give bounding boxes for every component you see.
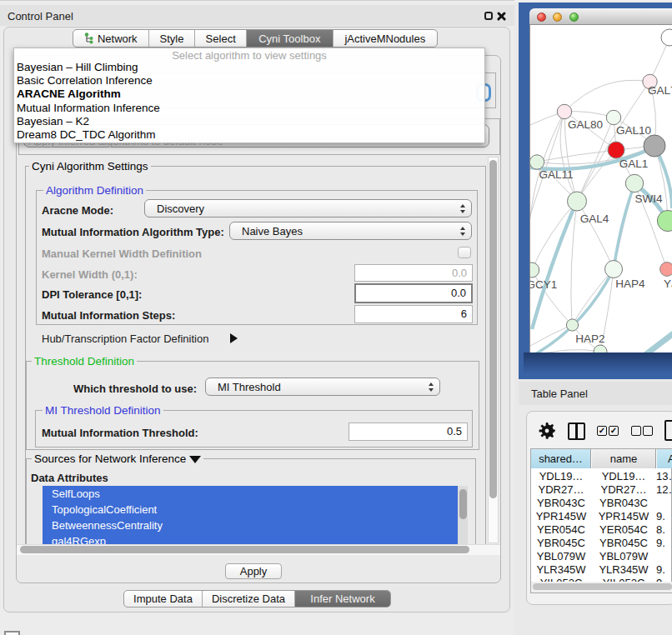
svg-text:YJ: YJ	[664, 278, 672, 290]
svg-text:SWI4: SWI4	[634, 192, 662, 205]
svg-text:GAL10: GAL10	[616, 124, 651, 137]
svg-text:GAL11: GAL11	[539, 168, 573, 181]
svg-text:GAL80: GAL80	[568, 118, 603, 131]
svg-text:GAL7: GAL7	[648, 84, 672, 97]
svg-text:GAL4: GAL4	[580, 212, 609, 225]
svg-text:HAP2: HAP2	[575, 332, 604, 345]
svg-text:GCY1: GCY1	[527, 278, 558, 291]
svg-text:HAP4: HAP4	[615, 278, 645, 290]
svg-text:GAL1: GAL1	[619, 158, 649, 170]
